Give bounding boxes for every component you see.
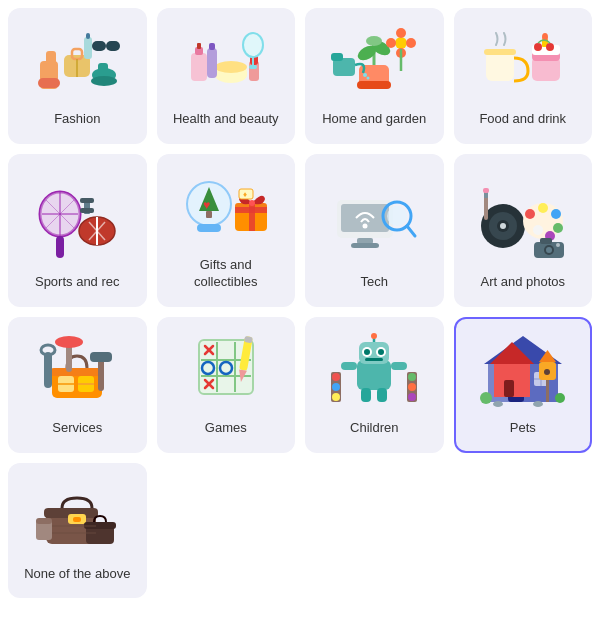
category-card-children[interactable]: Children xyxy=(305,317,444,453)
home-garden-image xyxy=(315,18,434,103)
none-image xyxy=(18,473,137,558)
svg-rect-28 xyxy=(357,81,391,89)
svg-rect-70 xyxy=(206,211,212,218)
svg-rect-43 xyxy=(486,51,514,81)
category-card-tech[interactable]: Tech xyxy=(305,154,444,307)
fashion-label: Fashion xyxy=(54,111,100,128)
category-card-games[interactable]: Games xyxy=(157,317,296,453)
none-label: None of the above xyxy=(24,566,130,583)
svg-rect-181 xyxy=(36,518,52,524)
svg-rect-65 xyxy=(80,198,94,203)
art-photos-image xyxy=(464,181,583,266)
tech-image xyxy=(315,181,434,266)
category-card-food-drink[interactable]: Food and drink xyxy=(454,8,593,144)
svg-rect-7 xyxy=(106,41,120,51)
svg-rect-1 xyxy=(38,78,60,88)
svg-rect-58 xyxy=(56,236,64,258)
svg-rect-163 xyxy=(504,380,514,397)
svg-rect-140 xyxy=(365,358,383,361)
food-drink-image xyxy=(464,18,583,103)
svg-point-136 xyxy=(364,349,370,355)
svg-line-86 xyxy=(407,226,415,236)
svg-rect-83 xyxy=(351,243,379,248)
svg-text:♥: ♥ xyxy=(203,198,210,212)
svg-point-105 xyxy=(556,243,560,247)
svg-point-85 xyxy=(387,206,407,226)
svg-rect-132 xyxy=(357,360,391,390)
svg-rect-23 xyxy=(209,43,215,50)
svg-point-151 xyxy=(408,383,416,391)
svg-rect-66 xyxy=(80,208,94,213)
category-card-fashion[interactable]: Fashion xyxy=(8,8,147,144)
category-card-gifts[interactable]: ♥ ♦ Gifts and collectibles xyxy=(157,154,296,307)
svg-rect-108 xyxy=(44,352,52,388)
svg-point-148 xyxy=(332,393,340,401)
svg-point-90 xyxy=(500,223,506,229)
category-card-health-beauty[interactable]: Health and beauty xyxy=(157,8,296,144)
svg-point-40 xyxy=(386,38,396,48)
gifts-image: ♥ ♦ xyxy=(167,164,286,249)
svg-point-152 xyxy=(408,393,416,401)
svg-point-167 xyxy=(544,369,550,375)
svg-point-150 xyxy=(408,373,416,381)
svg-rect-16 xyxy=(197,43,201,49)
pets-image xyxy=(464,327,583,412)
svg-rect-100 xyxy=(483,188,489,193)
services-label: Services xyxy=(52,420,102,437)
category-card-services[interactable]: Services xyxy=(8,317,147,453)
children-image xyxy=(315,327,434,412)
sports-rec-label: Sports and rec xyxy=(35,274,120,291)
svg-point-95 xyxy=(553,223,563,233)
pets-label: Pets xyxy=(510,420,536,437)
svg-point-137 xyxy=(378,349,384,355)
svg-rect-13 xyxy=(86,33,90,39)
svg-point-81 xyxy=(363,223,368,228)
svg-rect-2 xyxy=(46,51,56,65)
category-grid: Fashion xyxy=(8,8,592,598)
svg-point-37 xyxy=(395,37,407,49)
children-label: Children xyxy=(350,420,398,437)
svg-rect-110 xyxy=(98,357,104,391)
svg-rect-142 xyxy=(391,362,407,370)
svg-point-76 xyxy=(249,200,255,206)
svg-point-94 xyxy=(551,209,561,219)
svg-rect-102 xyxy=(540,238,552,244)
svg-point-11 xyxy=(91,76,117,86)
svg-point-24 xyxy=(243,33,263,57)
services-image xyxy=(18,327,137,412)
category-card-home-garden[interactable]: Home and garden xyxy=(305,8,444,144)
art-photos-label: Art and photos xyxy=(480,274,565,291)
svg-rect-75 xyxy=(235,207,267,213)
svg-rect-143 xyxy=(361,388,371,402)
svg-point-109 xyxy=(41,345,55,355)
games-image xyxy=(167,327,286,412)
svg-rect-175 xyxy=(73,517,81,522)
svg-rect-68 xyxy=(197,224,221,232)
svg-point-168 xyxy=(480,392,492,404)
svg-point-139 xyxy=(371,333,377,339)
category-card-art-photos[interactable]: Art and photos xyxy=(454,154,593,307)
gifts-label: Gifts and collectibles xyxy=(167,257,286,291)
tech-label: Tech xyxy=(361,274,388,291)
svg-rect-14 xyxy=(191,53,207,81)
svg-rect-107 xyxy=(50,368,104,376)
svg-text:♦: ♦ xyxy=(243,190,247,199)
category-card-pets[interactable]: Pets xyxy=(454,317,593,453)
svg-point-19 xyxy=(215,61,247,73)
games-label: Games xyxy=(205,420,247,437)
svg-point-51 xyxy=(546,43,554,51)
svg-rect-144 xyxy=(377,388,387,402)
svg-point-104 xyxy=(546,247,552,253)
svg-point-92 xyxy=(525,209,535,219)
category-card-none[interactable]: None of the above xyxy=(8,463,147,599)
sports-rec-image xyxy=(18,181,137,266)
svg-point-170 xyxy=(493,401,503,407)
svg-point-32 xyxy=(366,36,382,46)
svg-point-115 xyxy=(55,336,83,348)
svg-point-169 xyxy=(555,393,565,403)
svg-point-171 xyxy=(533,401,543,407)
home-garden-label: Home and garden xyxy=(322,111,426,128)
fashion-image xyxy=(18,18,137,103)
category-card-sports-rec[interactable]: Sports and rec xyxy=(8,154,147,307)
svg-point-146 xyxy=(332,373,340,381)
